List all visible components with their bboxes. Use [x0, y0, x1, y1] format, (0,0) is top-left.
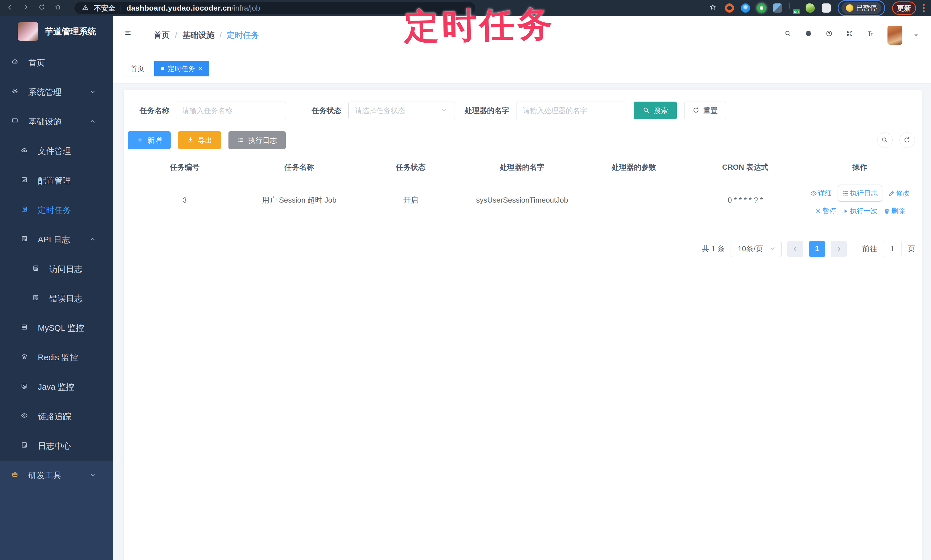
reset-button[interactable]: 重置 — [684, 102, 726, 119]
forward-icon[interactable] — [22, 4, 31, 12]
chevron-right-icon — [835, 246, 842, 252]
app-header: 首页 / 基础设施 / 定时任务 — [113, 16, 931, 54]
extension-puzzle-blue-icon[interactable] — [773, 3, 782, 12]
chevron-down-icon — [89, 88, 97, 97]
handler-name-label: 处理器的名字 — [465, 106, 509, 115]
detail-link[interactable]: 详细 — [810, 189, 832, 198]
tab-home[interactable]: 首页 — [124, 61, 151, 76]
tab-scheduled-jobs[interactable]: 定时任务 × — [154, 61, 209, 76]
job-status-input[interactable] — [355, 106, 441, 115]
sidebar-item-system-mgmt[interactable]: 系统管理 — [0, 78, 113, 107]
home-icon[interactable] — [54, 4, 63, 12]
col-cron: CRON 表达式 — [690, 159, 801, 176]
table-header-row: 任务编号 任务名称 任务状态 处理器的名字 处理器的参数 CRON 表达式 操作 — [126, 159, 919, 176]
execution-log-button[interactable]: 执行日志 — [228, 131, 286, 149]
sidebar-item-java-monitor[interactable]: Java 监控 — [0, 372, 113, 402]
extension-leaf-icon[interactable] — [806, 3, 815, 12]
jobs-card: 任务名称 任务状态 处理器的名字 搜索 — [124, 90, 922, 560]
extension-white-puzzle-icon[interactable] — [822, 3, 831, 12]
table-row: 3 用户 Session 超时 Job 开启 sysUserSessionTim… — [126, 176, 919, 224]
briefcase-icon — [11, 471, 21, 480]
content-area: 任务名称 任务状态 处理器的名字 搜索 — [113, 83, 931, 560]
extension-orange-icon[interactable] — [725, 3, 734, 12]
handler-name-field[interactable] — [516, 102, 626, 119]
warning-icon — [82, 4, 89, 12]
next-page-button[interactable] — [831, 241, 847, 257]
edit-square-icon — [21, 176, 30, 185]
user-avatar[interactable] — [888, 26, 902, 45]
bookmark-star-icon[interactable] — [709, 4, 718, 12]
chevron-down-icon — [89, 472, 97, 480]
plus-icon — [137, 137, 144, 144]
run-once-link[interactable]: 执行一次 — [842, 206, 878, 215]
emoji-face-icon — [846, 4, 853, 12]
sidebar-fold-icon[interactable] — [125, 29, 136, 41]
back-icon[interactable] — [6, 4, 15, 12]
sidebar-item-error-log[interactable]: 错误日志 — [0, 284, 113, 313]
job-status-select[interactable] — [348, 102, 455, 119]
browser-extensions-area: on 已暂停 更新 — [709, 0, 925, 16]
reload-icon[interactable] — [39, 4, 47, 12]
sidebar-item-api-log[interactable]: API 日志 — [0, 225, 113, 254]
toggle-search-button[interactable] — [877, 132, 892, 148]
extension-green-circle-icon[interactable] — [757, 3, 766, 12]
extension-blue-drop-icon[interactable] — [741, 3, 750, 12]
monitor-icon — [11, 117, 21, 126]
edit-link[interactable]: 修改 — [888, 189, 910, 198]
filter-form: 任务名称 任务状态 处理器的名字 搜索 — [126, 102, 919, 119]
doc-edit-icon — [32, 294, 42, 303]
breadcrumb-home[interactable]: 首页 — [154, 30, 170, 41]
breadcrumb-current: 定时任务 — [227, 30, 259, 41]
page-unit-label: 页 — [908, 244, 915, 254]
browser-menu-icon[interactable] — [923, 4, 925, 12]
total-count: 共 1 条 — [702, 244, 725, 254]
sidebar-item-file-mgmt[interactable]: 文件管理 — [0, 137, 113, 166]
sidebar-item-log-center[interactable]: 日志中心 — [0, 431, 113, 461]
select-caret-icon — [441, 107, 449, 114]
list-icon — [842, 190, 849, 196]
address-bar[interactable]: 不安全 | dashboard.yudao.iocoder.cn/infra/j… — [74, 2, 475, 14]
page-size-select[interactable]: 10条/页 — [731, 241, 781, 257]
font-size-icon[interactable] — [867, 30, 877, 40]
page-number-button[interactable]: 1 — [809, 241, 825, 257]
row-execution-log-link[interactable]: 执行日志 — [838, 185, 882, 202]
sidebar-item-scheduled-jobs[interactable]: 定时任务 — [0, 195, 113, 225]
pagination: 共 1 条 10条/页 1 前往 页 — [126, 241, 919, 257]
handler-name-input[interactable] — [523, 106, 620, 115]
delete-link[interactable]: 删除 — [883, 206, 905, 215]
fullscreen-icon[interactable] — [846, 30, 857, 40]
sidebar-item-redis-monitor[interactable]: Redis 监控 — [0, 343, 113, 372]
sidebar-item-trace[interactable]: 链路追踪 — [0, 402, 113, 431]
sidebar-item-access-log[interactable]: 访问日志 — [0, 254, 113, 284]
sidebar-item-home[interactable]: 首页 — [0, 48, 113, 78]
browser-update-button[interactable]: 更新 — [897, 3, 911, 13]
paused-annotation-oval: 已暂停 — [838, 0, 885, 16]
browser-bar: 不安全 | dashboard.yudao.iocoder.cn/infra/j… — [0, 0, 931, 16]
app-logo-row[interactable]: 芋道管理系统 — [0, 16, 113, 41]
goto-page-input[interactable] — [883, 241, 902, 257]
search-icon[interactable] — [785, 30, 795, 40]
job-name-field[interactable] — [176, 102, 286, 119]
url-path: /infra/job — [231, 4, 260, 12]
close-tab-icon[interactable]: × — [199, 65, 202, 72]
help-icon[interactable] — [826, 30, 836, 40]
search-button[interactable]: 搜索 — [634, 102, 677, 119]
main-area: 首页 / 基础设施 / 定时任务 首页 定时任务 — [113, 16, 931, 560]
export-button[interactable]: 导出 — [178, 131, 221, 149]
prev-page-button[interactable] — [787, 241, 803, 257]
job-name-input[interactable] — [182, 106, 279, 115]
breadcrumb-infrastructure[interactable]: 基础设施 — [182, 30, 214, 41]
add-button[interactable]: 新增 — [128, 131, 171, 149]
github-icon[interactable] — [805, 30, 815, 40]
pause-link[interactable]: 暂停 — [815, 206, 837, 215]
sidebar-item-config-mgmt[interactable]: 配置管理 — [0, 166, 113, 195]
extension-dark-icon[interactable]: on — [789, 3, 799, 13]
job-status-label: 任务状态 — [312, 106, 342, 115]
breadcrumb: 首页 / 基础设施 / 定时任务 — [154, 30, 259, 41]
caret-down-icon[interactable] — [913, 32, 920, 38]
sidebar-item-devtools[interactable]: 研发工具 — [0, 461, 113, 490]
sidebar-item-mysql-monitor[interactable]: MySQL 监控 — [0, 313, 113, 343]
refresh-table-button[interactable] — [900, 132, 915, 148]
sidebar-item-infrastructure[interactable]: 基础设施 — [0, 107, 113, 137]
paused-extension-pill[interactable]: 已暂停 — [842, 2, 882, 14]
